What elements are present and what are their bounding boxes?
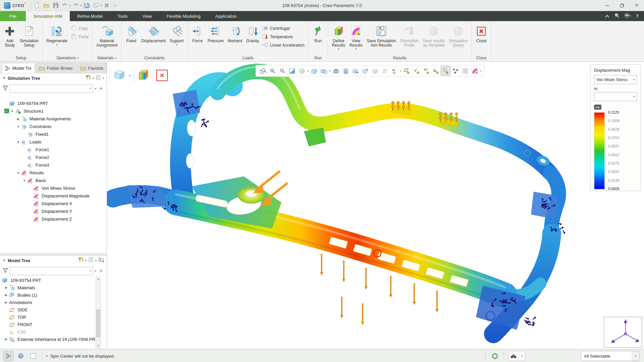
tree-settings-icon[interactable] [88,257,94,264]
close-window-icon[interactable] [102,1,111,10]
tab-tools[interactable]: Tools [110,11,135,21]
clear-filter-icon[interactable]: × [89,268,92,273]
search-icon[interactable] [614,13,620,19]
view-box-icon[interactable] [113,69,126,82]
chevron-down-icon[interactable]: ▾ [77,57,79,60]
tab-application[interactable]: Application [208,11,244,21]
model-viewport[interactable] [107,62,644,349]
tree-item-material-assignments[interactable]: ▶Material Assignments [0,115,107,123]
csys-display-button[interactable] [431,66,441,76]
open-icon[interactable] [42,1,51,10]
collapse-ribbon-icon[interactable] [605,13,609,19]
chevron-down-icon[interactable]: ▾ [69,4,71,7]
pressure-button[interactable]: Pressure [206,23,226,55]
ghost-cube-button[interactable] [370,66,380,76]
selection-filter-dropdown[interactable]: All Selectable ▾ [581,351,639,361]
layers-button[interactable] [341,66,351,76]
repaint-button[interactable] [287,66,297,76]
tree-item-materials[interactable]: ▶Materials [0,284,101,291]
ghost-plane-button[interactable] [380,66,389,76]
tree-item-loads[interactable]: ▼Loads [0,138,107,146]
chevron-down-icon[interactable]: ▾ [176,43,177,46]
refit-button[interactable] [258,66,268,76]
tree-settings-icon[interactable] [96,75,101,81]
axis-display-button[interactable] [412,66,421,76]
accessibility-icon[interactable] [490,351,500,361]
tree-down-arrow-icon[interactable]: ▼ [9,110,15,113]
tree-down-arrow-icon[interactable]: ▼ [15,125,21,128]
scrollbar-thumb[interactable] [96,310,100,338]
simulation-setup-button[interactable]: Simulation Setup [18,23,41,55]
redo-icon[interactable] [71,1,80,10]
chevron-down-icon[interactable]: ▾ [400,70,401,72]
color-cube-icon[interactable] [137,69,150,82]
simulation-display-button[interactable] [470,66,480,76]
save-simulation-aim-results-button[interactable]: Save Simulation Aim Results [365,23,398,55]
navigator-tab-favorites[interactable]: Favorites [77,63,107,73]
chevron-down-icon[interactable]: ▾ [632,351,639,361]
learning-icon[interactable]: ▾ [624,13,631,19]
tree-item-109-93754-prt[interactable]: 109-93754.PRT [0,100,107,107]
undo-icon[interactable] [61,1,69,10]
tree-item-annotations[interactable]: ▶Annotations [0,299,101,306]
clear-filter-icon[interactable]: × [89,86,92,91]
chevron-down-icon[interactable]: ▾ [338,48,339,51]
find-icon[interactable] [508,351,519,361]
collapse-arrow-icon[interactable]: ▼ [3,259,6,262]
chevron-down-icon[interactable]: ▾ [129,74,131,77]
tree-right-arrow-icon[interactable]: ▶ [3,338,9,341]
tree-item-bodies-1[interactable]: ▶Bodies (1) [0,291,101,299]
append-arrow-button[interactable] [360,66,370,76]
texture-button[interactable] [460,66,470,76]
new-file-icon[interactable] [33,1,41,10]
chevron-down-icon[interactable]: ▾ [355,48,357,51]
tree-item-force2[interactable]: Force2 [0,154,107,161]
tree-item-basic[interactable]: ▼ Basic [0,177,107,184]
centrifugal-button[interactable]: Centrifugal [262,25,304,32]
force-button[interactable]: Force [190,23,206,55]
tree-item-constraints[interactable]: ▼Constraints [0,123,107,130]
tree-item-force1[interactable]: Force1 [0,146,107,154]
blank-page-icon[interactable] [28,351,38,361]
point-display-button[interactable] [421,66,431,76]
add-filter-icon[interactable]: + [98,85,104,92]
add-study-button[interactable]: Add Study [2,23,18,55]
close-button[interactable]: Close [473,23,489,55]
navigator-tab-model-tree[interactable]: Model Tree [2,63,35,73]
chevron-down-icon[interactable]: ▾ [329,70,331,72]
tree-tools-icon[interactable] [78,257,84,264]
quantity-dropdown[interactable]: Von Mises Stress▾ [594,75,637,84]
tree-item-force3[interactable]: Force3 [0,161,107,169]
linear-acceleration-button[interactable]: Linear Acceleration [262,42,304,48]
model-tree-toggle-icon[interactable] [3,351,13,361]
collapse-arrow-icon[interactable]: ▼ [3,76,6,80]
tree-right-arrow-icon[interactable]: ▶ [3,286,9,289]
chevron-down-icon[interactable]: ▾ [307,70,309,72]
panel-splitter[interactable] [0,253,107,256]
zoom-in-button[interactable] [268,66,277,76]
tree-item-von-mises-stress[interactable]: Von Mises Stress [0,184,107,192]
tree-down-arrow-icon[interactable]: ▼ [15,171,21,175]
tab-simulation-aim[interactable]: Simulation AIM [26,11,70,21]
customize-qat-icon[interactable]: ▾ [115,4,116,7]
spin-center-display-button[interactable] [441,66,450,76]
collapse-legend-button[interactable] [594,105,601,110]
minimize-icon[interactable] [600,0,614,11]
saved-views-button[interactable] [319,66,329,76]
tree-down-arrow-icon[interactable]: ▼ [15,140,21,144]
restore-icon[interactable] [614,0,629,11]
tab-refine-model[interactable]: Refine Model [70,11,110,21]
temperature-button[interactable]: Temperature [262,34,304,40]
define-results-button[interactable]: Define Results▾ [330,23,347,55]
zoom-out-button[interactable] [277,66,287,76]
section-button[interactable] [351,66,360,76]
tree-item-results[interactable]: ▼ Results [0,169,107,177]
view-results-button[interactable]: View Results▾ [347,23,365,55]
displacement-button[interactable]: Displacement [139,23,168,55]
tree-item-displacement-x[interactable]: Displacement X [0,200,107,207]
annotation-display-button[interactable] [389,66,399,76]
support-button[interactable]: Support▾ [168,23,186,55]
tree-item-top[interactable]: TOP [0,313,101,321]
moment-button[interactable]: Moment [226,23,244,55]
run-button[interactable]: Run [310,23,326,55]
